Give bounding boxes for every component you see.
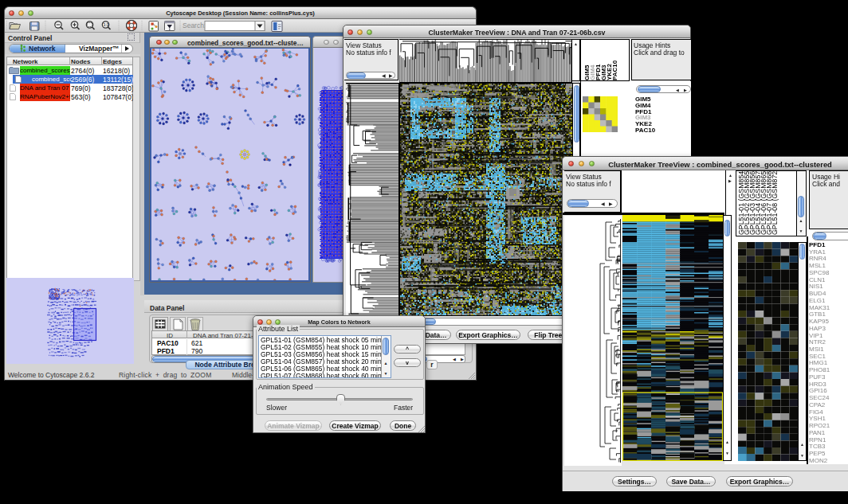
svg-text:1:1: 1:1	[104, 23, 109, 27]
svg-text:Search:: Search:	[183, 21, 206, 29]
